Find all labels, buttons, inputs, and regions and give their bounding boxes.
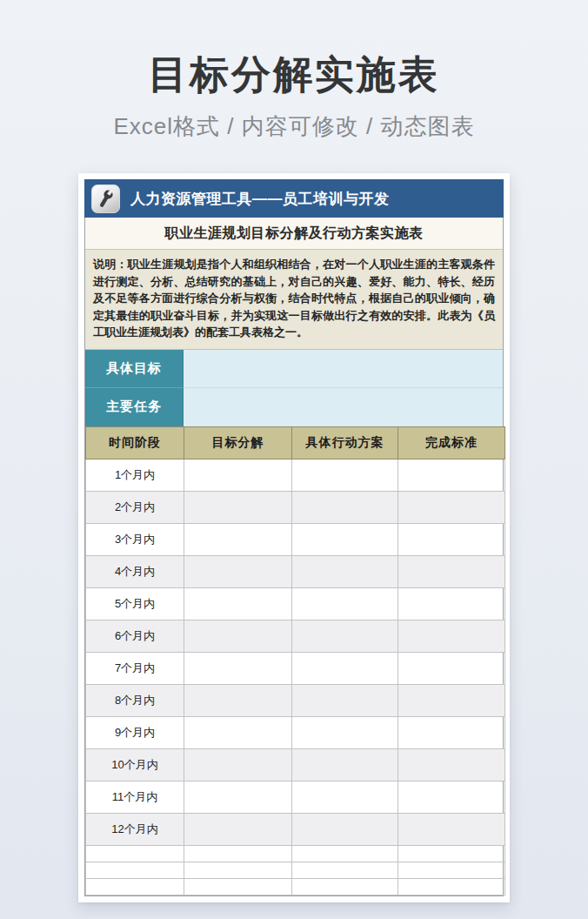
task-input-cell[interactable]: [184, 388, 503, 426]
goal-row: 具体目标: [85, 350, 503, 388]
period-cell[interactable]: 1个月内: [86, 459, 184, 491]
criteria-cell[interactable]: [398, 781, 505, 813]
table-row: 6个月内: [86, 620, 505, 652]
table-row: 4个月内: [86, 555, 505, 587]
breakdown-cell[interactable]: [184, 813, 292, 845]
breakdown-cell[interactable]: [184, 748, 292, 781]
plan-table: 时间阶段 目标分解 具体行动方案 完成标准 1个月内2个月内3个月内4个月内5个…: [85, 426, 505, 896]
period-cell[interactable]: 12个月内: [86, 813, 184, 845]
empty-cell[interactable]: [398, 878, 505, 895]
breakdown-cell[interactable]: [184, 587, 292, 620]
period-cell[interactable]: 9个月内: [86, 716, 184, 748]
breakdown-cell[interactable]: [184, 652, 292, 684]
table-row: 2个月内: [86, 491, 505, 523]
action-cell[interactable]: [292, 587, 398, 620]
breakdown-cell[interactable]: [184, 684, 292, 716]
period-cell[interactable]: 7个月内: [86, 652, 184, 684]
wrench-icon: [91, 184, 120, 213]
table-row: 5个月内: [86, 587, 505, 620]
action-cell[interactable]: [292, 748, 398, 781]
table-row: 9个月内: [86, 716, 505, 748]
task-row: 主要任务: [85, 388, 503, 426]
action-cell[interactable]: [292, 781, 398, 813]
period-cell[interactable]: 10个月内: [86, 748, 184, 781]
criteria-cell[interactable]: [398, 684, 505, 716]
action-cell[interactable]: [292, 716, 398, 748]
period-cell[interactable]: 6个月内: [86, 620, 184, 652]
empty-cell[interactable]: [184, 862, 292, 878]
criteria-cell[interactable]: [398, 523, 505, 555]
empty-cell[interactable]: [184, 878, 292, 895]
breakdown-cell[interactable]: [184, 459, 292, 491]
breakdown-cell[interactable]: [184, 491, 292, 523]
page-subtitle: Excel格式 / 内容可修改 / 动态图表: [0, 111, 588, 142]
breakdown-cell[interactable]: [184, 781, 292, 813]
action-cell[interactable]: [292, 813, 398, 845]
empty-cell[interactable]: [292, 878, 398, 895]
empty-cell[interactable]: [86, 845, 184, 862]
breakdown-cell[interactable]: [184, 523, 292, 555]
period-cell[interactable]: 8个月内: [86, 684, 184, 716]
criteria-cell[interactable]: [398, 459, 505, 491]
col-header-criteria: 完成标准: [398, 426, 505, 459]
table-row: 10个月内: [86, 748, 505, 781]
description-note: 说明：职业生涯规划是指个人和组织相结合，在对一个人职业生涯的主客观条件进行测定、…: [85, 250, 503, 350]
criteria-cell[interactable]: [398, 620, 505, 652]
sheet-header-title: 人力资源管理工具——员工培训与开发: [130, 189, 390, 209]
col-header-breakdown: 目标分解: [184, 426, 292, 459]
action-cell[interactable]: [292, 491, 398, 523]
sheet-subtitle: 职业生涯规划目标分解及行动方案实施表: [85, 218, 503, 250]
empty-row: [86, 862, 505, 878]
empty-cell[interactable]: [398, 845, 505, 862]
empty-cell[interactable]: [292, 862, 398, 878]
criteria-cell[interactable]: [398, 716, 505, 748]
empty-cell[interactable]: [184, 845, 292, 862]
col-header-action: 具体行动方案: [292, 426, 398, 459]
period-cell[interactable]: 4个月内: [86, 555, 184, 587]
breakdown-cell[interactable]: [184, 620, 292, 652]
criteria-cell[interactable]: [398, 652, 505, 684]
period-cell[interactable]: 5个月内: [86, 587, 184, 620]
sheet-header-bar: 人力资源管理工具——员工培训与开发: [84, 179, 504, 218]
table-row: 11个月内: [86, 781, 505, 813]
criteria-cell[interactable]: [398, 748, 505, 781]
empty-cell[interactable]: [86, 862, 184, 878]
period-cell[interactable]: 2个月内: [86, 491, 184, 523]
action-cell[interactable]: [292, 684, 398, 716]
empty-cell[interactable]: [292, 845, 398, 862]
criteria-cell[interactable]: [398, 587, 505, 620]
table-header-row: 时间阶段 目标分解 具体行动方案 完成标准: [86, 426, 505, 459]
period-cell[interactable]: 11个月内: [86, 781, 184, 813]
action-cell[interactable]: [292, 523, 398, 555]
action-cell[interactable]: [292, 555, 398, 587]
table-row: 7个月内: [86, 652, 505, 684]
sheet-body: 职业生涯规划目标分解及行动方案实施表 说明：职业生涯规划是指个人和组织相结合，在…: [84, 218, 504, 896]
table-row: 12个月内: [86, 813, 505, 845]
page-title: 目标分解实施表: [0, 0, 588, 101]
empty-cell[interactable]: [398, 862, 505, 878]
action-cell[interactable]: [292, 459, 398, 491]
table-row: 8个月内: [86, 684, 505, 716]
breakdown-cell[interactable]: [184, 716, 292, 748]
table-row: 3个月内: [86, 523, 505, 555]
action-cell[interactable]: [292, 620, 398, 652]
empty-row: [86, 878, 505, 895]
spreadsheet-card: 人力资源管理工具——员工培训与开发 职业生涯规划目标分解及行动方案实施表 说明：…: [78, 173, 510, 902]
criteria-cell[interactable]: [398, 491, 505, 523]
col-header-period: 时间阶段: [86, 426, 184, 459]
goal-input-cell[interactable]: [184, 350, 503, 388]
criteria-cell[interactable]: [398, 555, 505, 587]
criteria-cell[interactable]: [398, 813, 505, 845]
empty-cell[interactable]: [86, 878, 184, 895]
action-cell[interactable]: [292, 652, 398, 684]
goal-label: 具体目标: [85, 350, 184, 388]
empty-row: [86, 845, 505, 862]
task-label: 主要任务: [85, 388, 184, 426]
period-cell[interactable]: 3个月内: [86, 523, 184, 555]
table-row: 1个月内: [86, 459, 505, 491]
breakdown-cell[interactable]: [184, 555, 292, 587]
page: 目标分解实施表 Excel格式 / 内容可修改 / 动态图表 人力资源管理工具—…: [0, 0, 588, 919]
